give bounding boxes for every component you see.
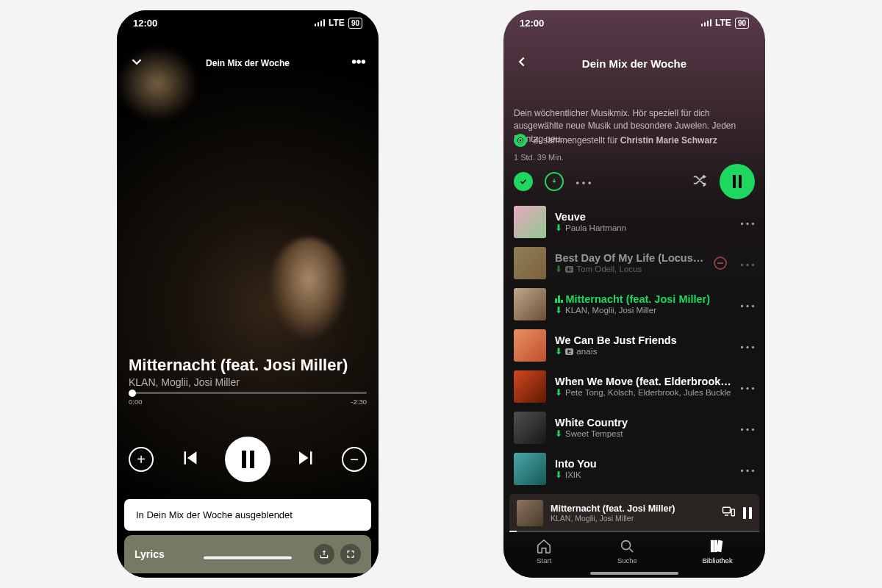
svg-point-15 — [741, 346, 743, 348]
svg-point-17 — [752, 346, 754, 348]
track-subtitle: ⬇ IXIK — [555, 470, 731, 480]
svg-point-19 — [746, 387, 748, 390]
song-title: Mitternacht (feat. Josi Miller) — [129, 356, 367, 374]
track-row[interactable]: When We Move (feat. Elderbrook & J…⬇ Pet… — [503, 366, 765, 407]
track-name: Mitternacht (feat. Josi Miller) — [555, 293, 731, 305]
svg-point-20 — [752, 387, 754, 390]
svg-point-5 — [588, 182, 591, 184]
svg-point-21 — [741, 429, 743, 431]
track-artwork — [514, 453, 546, 485]
downloaded-icon: ⬇ — [555, 264, 562, 274]
svg-point-9 — [741, 264, 743, 266]
status-bar: 12:00 LTE 90 — [503, 10, 765, 35]
mini-pause-button[interactable] — [743, 507, 752, 519]
svg-rect-32 — [711, 541, 714, 552]
svg-point-14 — [752, 305, 754, 307]
svg-point-2 — [362, 60, 365, 62]
nav-library[interactable]: Bibliothek — [702, 538, 732, 564]
added-check-button[interactable] — [514, 172, 533, 191]
track-artwork — [514, 288, 546, 320]
track-artwork — [514, 206, 546, 238]
progress-bar[interactable]: 0:00 -2:30 — [129, 392, 367, 406]
svg-point-4 — [582, 182, 585, 184]
status-time: 12:00 — [520, 18, 544, 29]
expand-icon[interactable] — [340, 544, 361, 564]
track-row[interactable]: We Can Be Just Friends⬇E anaïs — [503, 325, 765, 366]
lyrics-label: Lyrics — [135, 548, 165, 560]
svg-rect-27 — [723, 507, 731, 513]
track-more-button[interactable] — [740, 298, 755, 311]
svg-point-30 — [622, 541, 631, 550]
downloaded-icon: ⬇ — [555, 470, 562, 480]
track-name: When We Move (feat. Elderbrook & J… — [555, 376, 731, 387]
home-indicator — [590, 572, 678, 575]
track-artwork — [514, 329, 546, 362]
signal-icon — [701, 19, 712, 26]
svg-point-0 — [353, 60, 355, 62]
toast-message: In Dein Mix der Woche ausgeblendet — [124, 499, 371, 531]
svg-point-1 — [357, 60, 359, 62]
svg-rect-28 — [731, 509, 734, 516]
playlist-more-button[interactable] — [576, 175, 592, 188]
track-subtitle: ⬇ Paula Hartmann — [555, 223, 731, 233]
svg-point-13 — [746, 305, 748, 307]
mini-song-title: Mitternacht (feat. Josi Miller) — [551, 503, 714, 514]
download-button[interactable] — [545, 172, 564, 191]
track-name: We Can Be Just Friends — [555, 334, 731, 346]
svg-point-18 — [741, 387, 743, 390]
now-playing-screen: 12:00 LTE 90 Dein Mix der Woche Mitterna… — [117, 10, 379, 578]
track-artwork — [514, 412, 546, 444]
battery-icon: 90 — [348, 18, 362, 29]
svg-point-22 — [746, 429, 748, 431]
devices-icon[interactable] — [721, 504, 736, 522]
track-subtitle: ⬇E anaïs — [555, 346, 731, 356]
lyrics-panel[interactable]: Lyrics — [124, 535, 371, 573]
svg-point-10 — [746, 264, 748, 266]
battery-icon: 90 — [735, 18, 749, 29]
nav-home[interactable]: Start — [536, 538, 552, 564]
play-pause-fab[interactable] — [720, 164, 755, 199]
track-row[interactable]: White Country⬇ Sweet Tempest — [503, 407, 765, 448]
track-row[interactable]: Veuve⬇ Paula Hartmann — [503, 201, 765, 243]
downloaded-icon: ⬇ — [555, 387, 562, 398]
mini-artwork — [517, 500, 543, 526]
track-list[interactable]: Veuve⬇ Paula HartmannBest Day Of My Life… — [503, 201, 765, 492]
track-subtitle: ⬇ Pete Tong, Kölsch, Elderbrook, Jules B… — [555, 387, 731, 398]
downloaded-icon: ⬇ — [555, 223, 562, 233]
add-button[interactable]: + — [129, 447, 154, 472]
track-more-button[interactable] — [740, 421, 755, 434]
playlist-screen: 12:00 LTE 90 Dein Mix der Woche Dein wöc… — [503, 10, 765, 578]
playlist-duration: 1 Std. 39 Min. — [514, 153, 564, 162]
svg-point-11 — [752, 264, 754, 266]
track-row[interactable]: Mitternacht (feat. Josi Miller)⬇ KLAN, M… — [503, 284, 765, 325]
track-more-button[interactable] — [740, 215, 755, 229]
previous-button[interactable] — [179, 447, 201, 472]
svg-point-23 — [752, 429, 754, 431]
track-more-button[interactable] — [740, 339, 755, 352]
network-label: LTE — [329, 18, 345, 28]
explicit-badge: E — [565, 348, 573, 355]
blocked-icon — [714, 257, 727, 270]
svg-point-24 — [741, 470, 743, 472]
mini-player[interactable]: Mitternacht (feat. Josi Miller) KLAN, Mo… — [509, 494, 759, 532]
track-more-button[interactable] — [740, 380, 755, 393]
track-more-button[interactable] — [740, 257, 755, 270]
track-subtitle: ⬇ Sweet Tempest — [555, 429, 731, 439]
track-name: White Country — [555, 417, 731, 429]
network-label: LTE — [715, 18, 731, 28]
minimize-button[interactable] — [129, 54, 145, 73]
shuffle-button[interactable] — [692, 172, 708, 191]
nav-search[interactable]: Suche — [617, 538, 637, 564]
track-more-button[interactable] — [740, 462, 755, 476]
track-row[interactable]: Into You⬇ IXIK — [503, 448, 765, 490]
explicit-badge: E — [565, 266, 573, 273]
track-artwork — [514, 370, 546, 403]
remove-button[interactable]: − — [342, 447, 367, 472]
pause-button[interactable] — [225, 437, 270, 482]
more-options-button[interactable] — [351, 54, 367, 73]
svg-point-7 — [746, 223, 748, 225]
next-button[interactable] — [295, 447, 318, 472]
track-row[interactable]: Best Day Of My Life (Locus Re…⬇E Tom Ode… — [503, 243, 765, 284]
share-icon[interactable] — [314, 544, 334, 564]
track-name: Veuve — [555, 211, 731, 223]
